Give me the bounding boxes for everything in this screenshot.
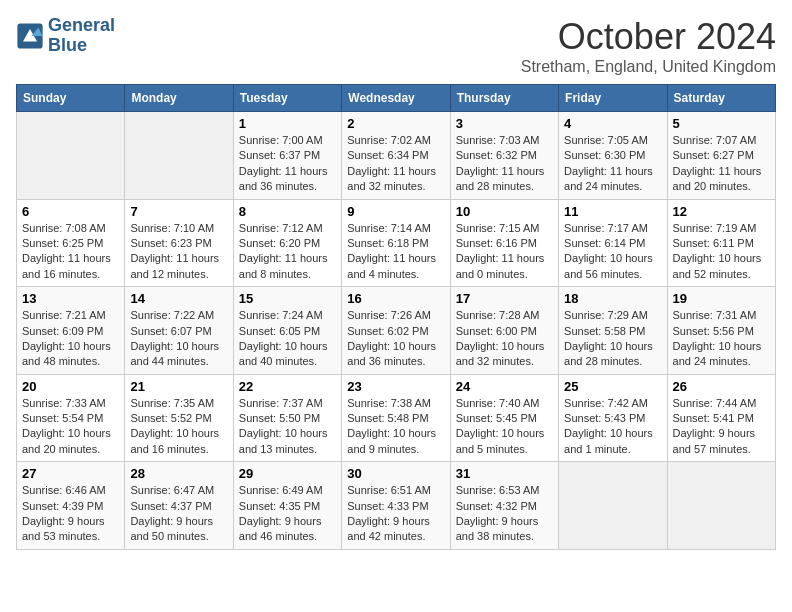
calendar-cell: 22Sunrise: 7:37 AM Sunset: 5:50 PM Dayli… <box>233 374 341 462</box>
logo: General Blue <box>16 16 115 56</box>
calendar-week-5: 27Sunrise: 6:46 AM Sunset: 4:39 PM Dayli… <box>17 462 776 550</box>
calendar-cell: 2Sunrise: 7:02 AM Sunset: 6:34 PM Daylig… <box>342 112 450 200</box>
calendar-cell: 27Sunrise: 6:46 AM Sunset: 4:39 PM Dayli… <box>17 462 125 550</box>
calendar-cell: 11Sunrise: 7:17 AM Sunset: 6:14 PM Dayli… <box>559 199 667 287</box>
day-number: 22 <box>239 379 336 394</box>
calendar-cell: 21Sunrise: 7:35 AM Sunset: 5:52 PM Dayli… <box>125 374 233 462</box>
month-title: October 2024 <box>521 16 776 58</box>
calendar-cell: 28Sunrise: 6:47 AM Sunset: 4:37 PM Dayli… <box>125 462 233 550</box>
day-info: Sunrise: 7:28 AM Sunset: 6:00 PM Dayligh… <box>456 308 553 370</box>
day-info: Sunrise: 6:51 AM Sunset: 4:33 PM Dayligh… <box>347 483 444 545</box>
day-info: Sunrise: 7:38 AM Sunset: 5:48 PM Dayligh… <box>347 396 444 458</box>
calendar-cell: 7Sunrise: 7:10 AM Sunset: 6:23 PM Daylig… <box>125 199 233 287</box>
day-number: 24 <box>456 379 553 394</box>
day-number: 27 <box>22 466 119 481</box>
calendar-cell <box>667 462 775 550</box>
day-number: 30 <box>347 466 444 481</box>
header-thursday: Thursday <box>450 85 558 112</box>
calendar-cell: 4Sunrise: 7:05 AM Sunset: 6:30 PM Daylig… <box>559 112 667 200</box>
day-info: Sunrise: 7:21 AM Sunset: 6:09 PM Dayligh… <box>22 308 119 370</box>
day-number: 9 <box>347 204 444 219</box>
day-info: Sunrise: 7:17 AM Sunset: 6:14 PM Dayligh… <box>564 221 661 283</box>
day-info: Sunrise: 7:12 AM Sunset: 6:20 PM Dayligh… <box>239 221 336 283</box>
day-number: 7 <box>130 204 227 219</box>
day-number: 19 <box>673 291 770 306</box>
day-info: Sunrise: 6:47 AM Sunset: 4:37 PM Dayligh… <box>130 483 227 545</box>
day-info: Sunrise: 6:46 AM Sunset: 4:39 PM Dayligh… <box>22 483 119 545</box>
day-number: 13 <box>22 291 119 306</box>
calendar-cell: 20Sunrise: 7:33 AM Sunset: 5:54 PM Dayli… <box>17 374 125 462</box>
day-info: Sunrise: 7:44 AM Sunset: 5:41 PM Dayligh… <box>673 396 770 458</box>
day-info: Sunrise: 7:19 AM Sunset: 6:11 PM Dayligh… <box>673 221 770 283</box>
calendar-week-1: 1Sunrise: 7:00 AM Sunset: 6:37 PM Daylig… <box>17 112 776 200</box>
calendar-table: SundayMondayTuesdayWednesdayThursdayFrid… <box>16 84 776 550</box>
calendar-cell: 16Sunrise: 7:26 AM Sunset: 6:02 PM Dayli… <box>342 287 450 375</box>
day-info: Sunrise: 7:31 AM Sunset: 5:56 PM Dayligh… <box>673 308 770 370</box>
calendar-cell <box>559 462 667 550</box>
day-info: Sunrise: 7:33 AM Sunset: 5:54 PM Dayligh… <box>22 396 119 458</box>
day-info: Sunrise: 6:53 AM Sunset: 4:32 PM Dayligh… <box>456 483 553 545</box>
day-info: Sunrise: 7:15 AM Sunset: 6:16 PM Dayligh… <box>456 221 553 283</box>
calendar-cell: 13Sunrise: 7:21 AM Sunset: 6:09 PM Dayli… <box>17 287 125 375</box>
day-info: Sunrise: 7:14 AM Sunset: 6:18 PM Dayligh… <box>347 221 444 283</box>
calendar-cell: 12Sunrise: 7:19 AM Sunset: 6:11 PM Dayli… <box>667 199 775 287</box>
header-tuesday: Tuesday <box>233 85 341 112</box>
calendar-cell: 6Sunrise: 7:08 AM Sunset: 6:25 PM Daylig… <box>17 199 125 287</box>
calendar-body: 1Sunrise: 7:00 AM Sunset: 6:37 PM Daylig… <box>17 112 776 550</box>
header-friday: Friday <box>559 85 667 112</box>
header-saturday: Saturday <box>667 85 775 112</box>
day-info: Sunrise: 7:02 AM Sunset: 6:34 PM Dayligh… <box>347 133 444 195</box>
calendar-header-row: SundayMondayTuesdayWednesdayThursdayFrid… <box>17 85 776 112</box>
day-number: 11 <box>564 204 661 219</box>
day-number: 21 <box>130 379 227 394</box>
day-info: Sunrise: 7:00 AM Sunset: 6:37 PM Dayligh… <box>239 133 336 195</box>
day-info: Sunrise: 7:35 AM Sunset: 5:52 PM Dayligh… <box>130 396 227 458</box>
calendar-cell: 18Sunrise: 7:29 AM Sunset: 5:58 PM Dayli… <box>559 287 667 375</box>
calendar-cell: 26Sunrise: 7:44 AM Sunset: 5:41 PM Dayli… <box>667 374 775 462</box>
day-number: 6 <box>22 204 119 219</box>
day-info: Sunrise: 7:05 AM Sunset: 6:30 PM Dayligh… <box>564 133 661 195</box>
day-info: Sunrise: 7:37 AM Sunset: 5:50 PM Dayligh… <box>239 396 336 458</box>
day-number: 31 <box>456 466 553 481</box>
day-info: Sunrise: 7:42 AM Sunset: 5:43 PM Dayligh… <box>564 396 661 458</box>
calendar-cell: 15Sunrise: 7:24 AM Sunset: 6:05 PM Dayli… <box>233 287 341 375</box>
day-number: 1 <box>239 116 336 131</box>
day-number: 16 <box>347 291 444 306</box>
day-number: 14 <box>130 291 227 306</box>
calendar-cell: 10Sunrise: 7:15 AM Sunset: 6:16 PM Dayli… <box>450 199 558 287</box>
calendar-cell: 19Sunrise: 7:31 AM Sunset: 5:56 PM Dayli… <box>667 287 775 375</box>
day-info: Sunrise: 7:26 AM Sunset: 6:02 PM Dayligh… <box>347 308 444 370</box>
day-number: 28 <box>130 466 227 481</box>
calendar-cell: 17Sunrise: 7:28 AM Sunset: 6:00 PM Dayli… <box>450 287 558 375</box>
day-info: Sunrise: 7:07 AM Sunset: 6:27 PM Dayligh… <box>673 133 770 195</box>
header-monday: Monday <box>125 85 233 112</box>
day-number: 5 <box>673 116 770 131</box>
calendar-cell: 29Sunrise: 6:49 AM Sunset: 4:35 PM Dayli… <box>233 462 341 550</box>
day-number: 23 <box>347 379 444 394</box>
calendar-cell <box>125 112 233 200</box>
day-number: 8 <box>239 204 336 219</box>
calendar-cell: 31Sunrise: 6:53 AM Sunset: 4:32 PM Dayli… <box>450 462 558 550</box>
logo-icon <box>16 22 44 50</box>
day-info: Sunrise: 7:08 AM Sunset: 6:25 PM Dayligh… <box>22 221 119 283</box>
day-number: 4 <box>564 116 661 131</box>
calendar-cell: 5Sunrise: 7:07 AM Sunset: 6:27 PM Daylig… <box>667 112 775 200</box>
day-number: 26 <box>673 379 770 394</box>
day-info: Sunrise: 7:40 AM Sunset: 5:45 PM Dayligh… <box>456 396 553 458</box>
day-info: Sunrise: 6:49 AM Sunset: 4:35 PM Dayligh… <box>239 483 336 545</box>
day-number: 15 <box>239 291 336 306</box>
calendar-cell: 1Sunrise: 7:00 AM Sunset: 6:37 PM Daylig… <box>233 112 341 200</box>
calendar-week-4: 20Sunrise: 7:33 AM Sunset: 5:54 PM Dayli… <box>17 374 776 462</box>
header-sunday: Sunday <box>17 85 125 112</box>
day-number: 17 <box>456 291 553 306</box>
calendar-cell: 30Sunrise: 6:51 AM Sunset: 4:33 PM Dayli… <box>342 462 450 550</box>
day-info: Sunrise: 7:24 AM Sunset: 6:05 PM Dayligh… <box>239 308 336 370</box>
calendar-cell: 25Sunrise: 7:42 AM Sunset: 5:43 PM Dayli… <box>559 374 667 462</box>
day-info: Sunrise: 7:22 AM Sunset: 6:07 PM Dayligh… <box>130 308 227 370</box>
day-info: Sunrise: 7:10 AM Sunset: 6:23 PM Dayligh… <box>130 221 227 283</box>
calendar-week-3: 13Sunrise: 7:21 AM Sunset: 6:09 PM Dayli… <box>17 287 776 375</box>
day-number: 3 <box>456 116 553 131</box>
calendar-cell: 23Sunrise: 7:38 AM Sunset: 5:48 PM Dayli… <box>342 374 450 462</box>
calendar-cell: 24Sunrise: 7:40 AM Sunset: 5:45 PM Dayli… <box>450 374 558 462</box>
calendar-cell: 3Sunrise: 7:03 AM Sunset: 6:32 PM Daylig… <box>450 112 558 200</box>
